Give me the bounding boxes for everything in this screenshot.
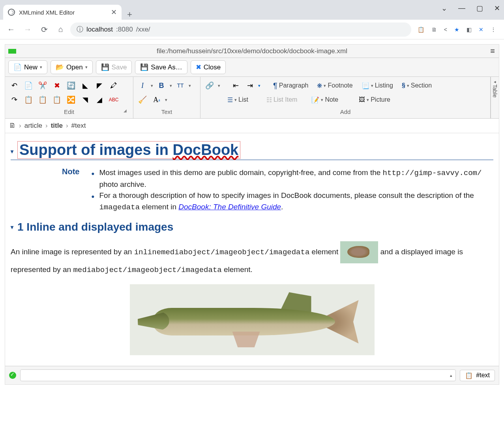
share-icon[interactable]: < <box>444 26 447 33</box>
file-path: file:/home/hussein/src/10xxe/demo/docboo… <box>157 47 347 55</box>
add-list-item[interactable]: ☷List Item <box>263 95 300 105</box>
new-button[interactable]: 📄New▾ <box>8 60 47 74</box>
save-button[interactable]: 💾Save <box>96 60 132 74</box>
block-image-pike[interactable] <box>130 284 375 355</box>
font-color-icon[interactable]: Aa <box>151 94 163 106</box>
info-icon[interactable]: ⓘ <box>77 25 83 34</box>
footnote-icon: ❋ <box>317 82 322 89</box>
globe-icon <box>8 9 15 16</box>
reload-button[interactable]: ⟳ <box>37 22 51 37</box>
browser-tab[interactable]: XMLmind XML Editor ✕ <box>3 5 122 20</box>
docbook-guide-link[interactable]: DocBook: The Definitive Guide <box>178 203 281 211</box>
copy-icon[interactable]: 📄 <box>22 80 34 91</box>
add-listing[interactable]: 📃▾Listing <box>358 80 396 91</box>
section-heading[interactable]: ▾ 1 Inline and displayed images <box>11 221 493 233</box>
spellcheck-icon[interactable]: ABC <box>108 94 120 106</box>
note-item[interactable]: For a thorough description of how to spe… <box>91 190 493 213</box>
list-item-icon: ☷ <box>266 96 272 104</box>
clipboard-status[interactable]: 📋 #text <box>460 370 495 381</box>
note-list: Most images used in this demo are public… <box>91 167 493 213</box>
address-bar: ← → ⟳ ⌂ ⓘ localhost:8080/xxe/ 📋 🗎 < ★ ◧ … <box>0 20 504 39</box>
indent-right-icon[interactable]: ⇥ <box>244 80 256 91</box>
bc-title[interactable]: title <box>51 122 63 130</box>
delete-icon[interactable]: ✖ <box>51 80 63 91</box>
paste-after-icon[interactable]: 📋 <box>51 94 63 106</box>
clear-format-icon[interactable]: 🧹 <box>137 94 148 106</box>
indent-caret[interactable]: ▾ <box>258 83 260 88</box>
note-label: Note <box>62 167 79 213</box>
title-link[interactable]: DocBook <box>172 142 238 158</box>
bc-article[interactable]: article <box>24 122 42 130</box>
cut-icon[interactable]: ✂️ <box>37 80 49 91</box>
hamburger-icon[interactable]: ≡ <box>490 47 495 56</box>
url-input[interactable]: ⓘ localhost:8080/xxe/ <box>70 22 411 37</box>
back-button[interactable]: ← <box>4 22 18 37</box>
collapse-icon[interactable]: ▾ <box>11 224 13 230</box>
add-note[interactable]: 📝▾Note <box>308 95 341 105</box>
insert-icon[interactable]: ◤ <box>94 80 105 91</box>
clipboard-icon[interactable]: 📋 <box>418 26 424 33</box>
bc-text[interactable]: #text <box>71 122 86 130</box>
italic-icon[interactable]: I <box>137 80 148 91</box>
add-section[interactable]: §▾Section <box>399 80 435 91</box>
open-button[interactable]: 📂Open▾ <box>51 60 93 74</box>
paragraph-icon: ¶ <box>273 81 277 90</box>
menu-icon[interactable]: ⋮ <box>491 26 496 33</box>
inline-image-fish[interactable] <box>340 241 378 263</box>
collapse-icon[interactable]: ▾ <box>11 148 13 155</box>
link-icon[interactable]: 🔗 <box>204 80 215 91</box>
paste-before-icon[interactable]: 📋 <box>37 94 49 106</box>
save-as-button[interactable]: 💾Save As… <box>135 60 187 74</box>
add-list[interactable]: ☰▾List <box>224 95 251 105</box>
undo-icon[interactable]: ↶ <box>8 80 20 91</box>
ribbon-edit-label[interactable]: Edit <box>8 107 130 117</box>
replace-icon[interactable]: 🔄 <box>65 80 77 91</box>
paste-icon[interactable]: 📋 <box>22 94 34 106</box>
url-path: /xxe/ <box>136 26 150 34</box>
bookmark-icon[interactable]: ★ <box>454 26 459 33</box>
document-icon[interactable]: 🗎 <box>431 26 437 33</box>
ribbon-table-tab[interactable]: ◂Table <box>491 77 499 118</box>
chevron-down-icon[interactable]: ⌄ <box>441 4 447 13</box>
tab-close-icon[interactable]: ✕ <box>111 8 117 17</box>
new-tab-button[interactable]: + <box>122 9 138 20</box>
extension-icon[interactable]: ✕ <box>479 26 483 33</box>
status-input[interactable]: ▴ <box>20 369 456 381</box>
ribbon-text-label: Text <box>137 107 197 117</box>
add-paragraph[interactable]: ¶Paragraph <box>270 80 311 92</box>
ribbon-add-group: 🔗▾ ⇤ ⇥ ▾ ¶Paragraph ❋▾Footnote 📃▾Listing… <box>200 77 491 118</box>
redo-icon[interactable]: ↷ <box>8 94 20 106</box>
document-title[interactable]: ▾ Support of images in DocBook <box>11 141 493 160</box>
close-button[interactable]: ✖Close <box>191 60 226 74</box>
note-item[interactable]: Most images used in this demo are public… <box>91 167 493 190</box>
convert-icon[interactable]: 🔀 <box>65 94 77 106</box>
home-button[interactable]: ⌂ <box>54 22 68 37</box>
tab-title: XMLmind XML Editor <box>19 9 107 16</box>
save-icon: 💾 <box>101 63 109 71</box>
add-footnote[interactable]: ❋▾Footnote <box>314 80 356 91</box>
status-bar: ▴ 📋 #text <box>5 366 499 384</box>
new-file-icon: 📄 <box>13 63 22 71</box>
highlight-icon[interactable]: 🖍 <box>108 80 120 91</box>
insert-after-icon[interactable]: ◥ <box>79 94 91 106</box>
forward-button[interactable]: → <box>21 22 35 37</box>
window-close-icon[interactable]: ✕ <box>494 4 500 13</box>
sidebar-icon[interactable]: ◧ <box>467 26 472 33</box>
save-indicator <box>8 49 16 54</box>
chevron-up-icon[interactable]: ▴ <box>450 373 452 378</box>
body-paragraph[interactable]: An inline image is represented by an inl… <box>11 241 493 276</box>
document-view[interactable]: ▾ Support of images in DocBook Note Most… <box>5 133 499 366</box>
browser-tab-strip: XMLmind XML Editor ✕ + ⌄ — ▢ ✕ <box>0 0 504 20</box>
add-picture[interactable]: 🖼▾Picture <box>356 95 393 105</box>
document-icon[interactable]: 🗎 <box>9 122 16 130</box>
insert-before-icon[interactable]: ◣ <box>79 80 91 91</box>
wrap-icon[interactable]: ◢ <box>94 94 105 106</box>
address-actions: 📋 🗎 < ★ ◧ ✕ ⋮ <box>414 26 500 33</box>
bold-icon[interactable]: B <box>156 80 167 91</box>
note-block: Note Most images used in this demo are p… <box>62 167 493 213</box>
maximize-icon[interactable]: ▢ <box>476 4 483 13</box>
indent-left-icon[interactable]: ⇤ <box>230 80 242 91</box>
minimize-icon[interactable]: — <box>458 4 465 13</box>
monospace-icon[interactable]: TT <box>174 80 186 91</box>
status-ok-icon[interactable] <box>9 372 16 379</box>
